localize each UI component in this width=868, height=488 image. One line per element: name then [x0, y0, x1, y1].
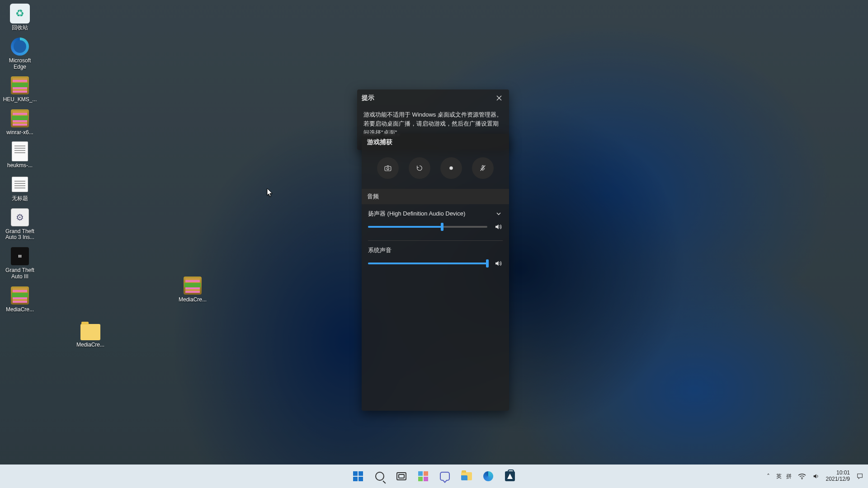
- winrar-shortcut[interactable]: winrar-x6...: [3, 108, 37, 136]
- store-icon: [505, 471, 515, 481]
- slider-thumb[interactable]: [486, 259, 489, 267]
- archive-icon: [184, 277, 202, 295]
- folder-icon: [80, 324, 100, 340]
- widgets-icon: [418, 471, 428, 481]
- capture-header[interactable]: 游戏捕获: [362, 134, 509, 151]
- expand-device-button[interactable]: [495, 210, 503, 218]
- icon-label: MediaCre...: [179, 297, 207, 303]
- slider-thumb[interactable]: [441, 223, 443, 231]
- icon-label: MediaCre...: [76, 342, 104, 348]
- svg-point-5: [802, 479, 802, 479]
- taskview-icon: [396, 472, 406, 480]
- speaker-icon: [494, 223, 502, 231]
- clock-date: 2021/12/9: [826, 476, 850, 483]
- svg-rect-0: [385, 166, 391, 171]
- record-icon: [447, 164, 455, 172]
- speaker-icon: [494, 259, 502, 267]
- clock-time: 10:01: [836, 470, 850, 476]
- edge-icon: [11, 38, 29, 56]
- camera-icon: [384, 164, 392, 172]
- svg-point-2: [449, 166, 453, 170]
- mediacreation-archive[interactable]: MediaCre...: [175, 276, 210, 303]
- untitled-file[interactable]: 无标题: [3, 174, 37, 202]
- icon-label: Grand Theft Auto III: [3, 267, 37, 280]
- close-icon: [496, 95, 502, 101]
- mic-off-icon: [479, 164, 487, 172]
- installer-icon: [11, 208, 29, 226]
- mediacreation-exe[interactable]: MediaCre...: [3, 286, 37, 313]
- capture-title: 游戏捕获: [367, 138, 392, 146]
- gta3-installer[interactable]: Grand Theft Auto 3 Ins...: [3, 207, 37, 241]
- clock[interactable]: 10:01 2021/12/9: [826, 470, 850, 483]
- edge-taskbar-button[interactable]: [479, 467, 498, 486]
- chat-icon: [440, 472, 450, 481]
- windows-logo-icon: [353, 471, 363, 481]
- system-sound-label: 系统声音: [362, 245, 509, 256]
- device-volume-slider[interactable]: [368, 226, 487, 228]
- icon-label: Grand Theft Auto 3 Ins...: [3, 229, 37, 241]
- store-button[interactable]: [500, 467, 519, 486]
- search-button[interactable]: [370, 467, 389, 486]
- record-button[interactable]: [440, 157, 462, 179]
- audio-section-header: 音频: [362, 189, 509, 204]
- gta-icon: III: [11, 247, 29, 265]
- explorer-button[interactable]: [457, 467, 476, 486]
- slider-fill: [368, 263, 487, 264]
- heu-kms-shortcut[interactable]: HEU_KMS_...: [3, 75, 37, 103]
- icon-label: MediaCre...: [6, 307, 34, 313]
- desktop-icon-column: 回收站 Microsoft Edge HEU_KMS_... winrar-x6…: [3, 4, 37, 313]
- mediacreation-folder[interactable]: MediaCre...: [73, 321, 108, 348]
- heukms-text-file[interactable]: heukms-...: [3, 141, 37, 169]
- popup-title: 提示: [362, 94, 374, 102]
- start-button[interactable]: [349, 467, 368, 486]
- edge-shortcut[interactable]: Microsoft Edge: [3, 37, 37, 70]
- device-mute-button[interactable]: [494, 222, 503, 231]
- icon-label: heukms-...: [7, 163, 33, 169]
- edge-icon: [483, 471, 493, 481]
- volume-icon[interactable]: [812, 473, 820, 480]
- system-volume-slider[interactable]: [368, 263, 487, 264]
- device-volume-row: [362, 220, 509, 239]
- ime-indicator-2[interactable]: 拼: [786, 473, 792, 480]
- system-mute-button[interactable]: [494, 259, 503, 268]
- taskbar: ˄ 英 拼 10:01 2021/12/9: [0, 465, 868, 488]
- icon-label: winrar-x6...: [6, 130, 33, 136]
- notifications-icon[interactable]: [856, 473, 863, 480]
- recycle-bin-icon[interactable]: 回收站: [3, 4, 37, 31]
- screenshot-button[interactable]: [377, 157, 399, 179]
- gta3-shortcut[interactable]: III Grand Theft Auto III: [3, 246, 37, 280]
- chat-button[interactable]: [435, 467, 454, 486]
- icon-label: HEU_KMS_...: [3, 97, 37, 103]
- archive-icon: [11, 286, 29, 305]
- system-volume-row: [362, 256, 509, 275]
- chevron-down-icon: [496, 211, 501, 216]
- slider-fill: [368, 226, 442, 228]
- mic-toggle-button[interactable]: [472, 157, 494, 179]
- audio-device-row[interactable]: 扬声器 (High Definition Audio Device): [362, 204, 509, 220]
- divider: [368, 240, 503, 241]
- gamebar-capture-panel: 游戏捕获 音频 扬声器 (High Definition Audio Devic…: [362, 134, 509, 411]
- search-icon: [375, 472, 384, 481]
- text-file-icon: [12, 141, 28, 161]
- record-last-button[interactable]: [409, 157, 430, 179]
- ime-indicator-1[interactable]: 英: [776, 473, 782, 480]
- text-file-icon: [12, 177, 28, 192]
- archive-icon: [11, 76, 29, 94]
- close-button[interactable]: [489, 89, 509, 107]
- taskbar-center: [349, 467, 519, 486]
- archive-icon: [11, 109, 29, 127]
- icon-label: 无标题: [12, 196, 28, 202]
- replay-icon: [415, 164, 424, 172]
- tray-overflow-button[interactable]: ˄: [767, 473, 770, 480]
- taskview-button[interactable]: [392, 467, 411, 486]
- folder-icon: [461, 472, 472, 480]
- audio-device-label: 扬声器 (High Definition Audio Device): [368, 210, 465, 218]
- widgets-button[interactable]: [414, 467, 433, 486]
- system-tray: ˄ 英 拼 10:01 2021/12/9: [767, 470, 863, 483]
- wifi-icon[interactable]: [798, 473, 806, 479]
- icon-label: 回收站: [12, 25, 28, 31]
- icon-label: Microsoft Edge: [3, 58, 37, 70]
- popup-header[interactable]: 提示: [357, 89, 509, 107]
- svg-point-1: [387, 168, 389, 170]
- capture-buttons-row: [362, 151, 509, 189]
